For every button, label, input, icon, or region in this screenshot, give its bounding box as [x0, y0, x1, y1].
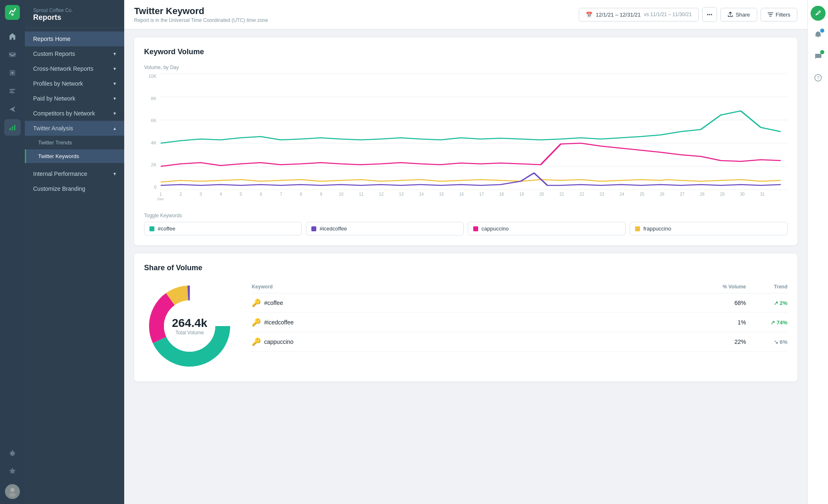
x-tick-12: 12 [379, 192, 383, 197]
table-row: 🔑 #coffee 68% ↗ 2% [252, 293, 787, 313]
x-tick-14: 14 [419, 192, 424, 197]
sidebar-item-cross-network[interactable]: Cross-Network Reports ▾ [25, 61, 124, 76]
sidebar-item-customize-branding[interactable]: Customize Branding [25, 181, 124, 196]
rail-icon-analytics[interactable] [4, 119, 21, 136]
x-tick-2: 2 [180, 192, 182, 197]
more-options-button[interactable]: ••• [702, 7, 717, 22]
sidebar-item-competitors-by-network[interactable]: Competitors by Network ▾ [25, 106, 124, 121]
chat-badge [820, 50, 824, 54]
notifications-icon[interactable] [811, 27, 826, 42]
chart-svg-container [161, 74, 787, 190]
main-content: Twitter Keyword Report is in the Univers… [124, 0, 807, 504]
line-chart: 10K 8K 6K 4K 2K 0 [144, 74, 787, 206]
cappuccino-line [161, 143, 781, 166]
y-label-8k: 8K [151, 96, 156, 101]
col-keyword: Keyword [252, 284, 705, 290]
frappuccino-color-dot [635, 226, 640, 231]
coffee-label: #coffee [158, 226, 175, 232]
rail-icon-inbox[interactable] [4, 46, 21, 63]
rail-icon-bot[interactable] [4, 444, 21, 461]
x-tick-26: 26 [660, 192, 664, 197]
svg-point-10 [9, 493, 16, 497]
coffee-color-dot [149, 226, 154, 231]
rail-icon-home[interactable] [4, 28, 21, 45]
frappuccino-line [161, 180, 781, 182]
header-actions: 📅 12/1/21 – 12/31/21 vs 11/1/21 – 11/30/… [579, 7, 797, 22]
donut-center: 264.4k Total Volume [172, 317, 207, 336]
y-label-0: 0 [154, 185, 156, 190]
keyword-toggles: #coffee #icedcoffee cappuccino frappucci… [144, 222, 787, 235]
cappuccino-label: cappuccino [481, 226, 509, 232]
x-tick-28: 28 [700, 192, 705, 197]
icedcoffee-line [161, 173, 781, 185]
keyword-toggle-icedcoffee[interactable]: #icedcoffee [306, 222, 464, 235]
chevron-icon: ▾ [113, 96, 116, 101]
keyword-name-coffee: 🔑 #coffee [252, 298, 705, 307]
rail-icon-star[interactable] [4, 463, 21, 479]
rail-icon-publish[interactable] [4, 65, 21, 81]
icedcoffee-trend: ↗ 74% [754, 319, 787, 326]
x-tick-29: 29 [720, 192, 724, 197]
sidebar-item-reports-home[interactable]: Reports Home [25, 31, 124, 46]
chevron-icon: ▾ [113, 81, 116, 86]
x-tick-22: 22 [580, 192, 584, 197]
total-volume-label: Total Volume [172, 330, 207, 336]
sidebar-item-custom-reports[interactable]: Custom Reports ▾ [25, 46, 124, 61]
app-name: Reports [33, 13, 116, 22]
x-tick-7: 7 [280, 192, 282, 197]
chat-icon[interactable] [811, 49, 826, 64]
x-tick-4: 4 [220, 192, 222, 197]
share-button[interactable]: Share [720, 8, 757, 22]
sidebar-header: Sprout Coffee Co. Reports [25, 0, 124, 28]
coffee-trend: ↗ 2% [754, 300, 787, 306]
keyword-name-cappuccino: 🔑 cappuccino [252, 337, 705, 346]
help-icon[interactable]: ? [811, 70, 826, 85]
x-tick-25: 25 [640, 192, 644, 197]
sidebar-item-paid-by-network[interactable]: Paid by Network ▾ [25, 91, 124, 106]
volume-table-header: Keyword % Volume Trend [252, 281, 787, 293]
rail-icon-send[interactable] [4, 101, 21, 118]
coffee-line [161, 111, 781, 143]
x-tick-16: 16 [459, 192, 464, 197]
y-label-4k: 4K [151, 140, 156, 145]
question-icon: ? [814, 74, 822, 82]
sidebar-item-internal-performance[interactable]: Internal Performance ▾ [25, 166, 124, 181]
toggle-keywords-label: Toggle Keywords [144, 213, 787, 218]
sidebar-nav: Reports Home Custom Reports ▾ Cross-Netw… [25, 28, 124, 199]
rail-icon-tasks[interactable] [4, 83, 21, 99]
page-header-left: Twitter Keyword Report is in the Univers… [134, 6, 268, 23]
svg-rect-6 [10, 451, 15, 455]
user-avatar[interactable] [5, 484, 20, 499]
keyword-toggle-cappuccino[interactable]: cappuccino [468, 222, 626, 235]
date-range-button[interactable]: 📅 12/1/21 – 12/31/21 vs 11/1/21 – 11/30/… [579, 8, 699, 22]
icedcoffee-label: #icedcoffee [320, 226, 347, 232]
svg-text:?: ? [816, 75, 819, 80]
svg-point-8 [13, 453, 14, 454]
svg-point-9 [10, 488, 14, 492]
table-row: 🔑 cappuccino 22% ↘ 6% [252, 332, 787, 352]
x-tick-3: 3 [200, 192, 202, 197]
filters-button[interactable]: Filters [761, 8, 797, 22]
dots-icon: ••• [707, 12, 712, 18]
compose-button[interactable] [811, 6, 826, 21]
x-tick-11: 11 [359, 192, 363, 197]
compare-range: vs 11/1/21 – 11/30/21 [644, 12, 691, 17]
sidebar: Sprout Coffee Co. Reports Reports Home C… [25, 0, 124, 504]
calendar-icon: 📅 [586, 12, 592, 18]
sidebar-item-profiles-by-network[interactable]: Profiles by Network ▾ [25, 76, 124, 91]
x-tick-15: 15 [439, 192, 444, 197]
x-tick-13: 13 [399, 192, 404, 197]
x-tick-24: 24 [620, 192, 624, 197]
sidebar-subitem-twitter-trends[interactable]: Twitter Trends [25, 136, 124, 149]
chevron-icon: ▾ [113, 51, 116, 57]
sidebar-subitem-twitter-keywords[interactable]: Twitter Keywords [25, 149, 124, 163]
keyword-toggle-frappuccino[interactable]: frappuccino [630, 222, 787, 235]
y-label-10k: 10K [148, 74, 156, 79]
x-tick-23: 23 [599, 192, 604, 197]
cappuccino-volume-pct: 22% [705, 338, 754, 345]
chevron-icon: ▾ [113, 110, 116, 116]
page-header: Twitter Keyword Report is in the Univers… [124, 0, 807, 29]
sidebar-item-twitter-analysis[interactable]: Twitter Analysis ▴ [25, 121, 124, 136]
table-row: 🔑 #icedcoffee 1% ↗ 74% [252, 313, 787, 332]
keyword-toggle-coffee[interactable]: #coffee [144, 222, 302, 235]
